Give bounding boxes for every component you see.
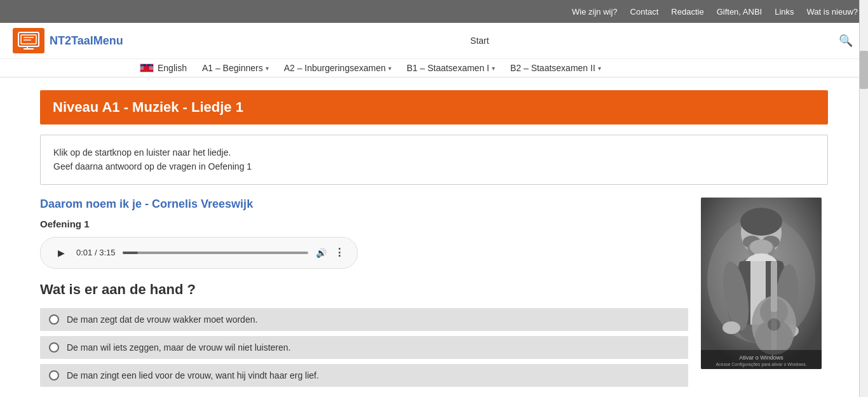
chevron-down-icon: ▾ bbox=[598, 65, 601, 72]
logo-text: NT2TaalMenu bbox=[50, 34, 123, 48]
radio-button-1[interactable] bbox=[49, 314, 59, 325]
audio-time-display: 0:01 / 3:15 bbox=[76, 248, 115, 257]
nav-wat-is-nieuw[interactable]: Wat is nieuw? bbox=[807, 7, 858, 17]
header-center: Start bbox=[123, 36, 836, 46]
page-content: Niveau A1 - Muziek - Liedje 1 Klik op de… bbox=[27, 77, 841, 397]
svg-point-13 bbox=[750, 239, 773, 255]
section-label: Oefening 1 bbox=[40, 219, 688, 229]
left-column: Daarom noem ik je - Cornelis Vreeswijk O… bbox=[40, 198, 688, 392]
nav-a2[interactable]: A2 – Inburgeringsexamen ▾ bbox=[284, 63, 391, 73]
nav-a1[interactable]: A1 – Beginners ▾ bbox=[202, 63, 269, 73]
nav-a2-label: A2 – Inburgeringsexamen bbox=[284, 63, 386, 73]
page-title-bar: Niveau A1 - Muziek - Liedje 1 bbox=[40, 90, 828, 124]
artist-image: Ativar o Windows Acesse Configurações pa… bbox=[701, 198, 822, 369]
scrollbar-thumb[interactable] bbox=[860, 51, 868, 89]
svg-rect-30 bbox=[771, 261, 777, 312]
svg-text:Ativar o Windows: Ativar o Windows bbox=[739, 354, 783, 361]
nav-b2[interactable]: B2 – Staatsexamen II ▾ bbox=[510, 63, 601, 73]
radio-button-3[interactable] bbox=[49, 370, 59, 380]
nav-a1-label: A1 – Beginners bbox=[202, 63, 263, 73]
nav-links[interactable]: Links bbox=[775, 7, 794, 17]
svg-rect-1 bbox=[21, 35, 36, 44]
top-navigation-bar: Wie zijn wij? Contact Redactie Giften, A… bbox=[0, 0, 868, 23]
instruction-line-1: Klik op de startknop en luister naar het… bbox=[53, 145, 815, 159]
main-content-grid: Daarom noem ik je - Cornelis Vreeswijk O… bbox=[40, 198, 828, 392]
answer-option-2-text: De man wil iets zeggen, maar de vrouw wi… bbox=[67, 342, 291, 353]
audio-current-time: 0:01 bbox=[76, 248, 92, 257]
logo-icon bbox=[13, 28, 44, 53]
answer-option-2[interactable]: De man wil iets zeggen, maar de vrouw wi… bbox=[40, 336, 688, 359]
song-title-link[interactable]: Daarom noem ik je - Cornelis Vreeswijk bbox=[40, 198, 688, 211]
start-link[interactable]: Start bbox=[470, 36, 489, 46]
nav-wie-zijn-wij[interactable]: Wie zijn wij? bbox=[572, 7, 618, 17]
flag-icon bbox=[140, 64, 154, 72]
volume-button[interactable]: 🔊 bbox=[316, 248, 327, 258]
play-icon: ▶ bbox=[58, 248, 65, 258]
answer-option-1[interactable]: De man zegt dat de vrouw wakker moet wor… bbox=[40, 308, 688, 331]
answer-option-3-text: De man zingt een lied voor de vrouw, wan… bbox=[67, 370, 319, 380]
chevron-down-icon: ▾ bbox=[492, 65, 495, 72]
radio-button-2[interactable] bbox=[49, 342, 59, 353]
instruction-box: Klik op de startknop en luister naar het… bbox=[40, 135, 828, 185]
nav-contact[interactable]: Contact bbox=[630, 7, 659, 17]
search-button[interactable]: 🔍 bbox=[836, 31, 855, 50]
volume-icon: 🔊 bbox=[316, 248, 327, 258]
svg-text:Acesse Configurações para ativ: Acesse Configurações para ativar o Windo… bbox=[715, 362, 806, 367]
play-button[interactable]: ▶ bbox=[53, 245, 69, 260]
nav-b1-label: B1 – Staatsexamen I bbox=[407, 63, 489, 73]
nav-b1[interactable]: B1 – Staatsexamen I ▾ bbox=[407, 63, 495, 73]
scrollbar[interactable] bbox=[859, 0, 868, 397]
main-navigation: English A1 – Beginners ▾ A2 – Inburgerin… bbox=[0, 59, 868, 77]
audio-total-time: 3:15 bbox=[99, 248, 115, 257]
chevron-down-icon: ▾ bbox=[266, 65, 269, 72]
answer-option-3[interactable]: De man zingt een lied voor de vrouw, wan… bbox=[40, 364, 688, 387]
more-options-button[interactable]: ⋮ bbox=[334, 246, 344, 259]
instruction-line-2: Geef daarna antwoord op de vragen in Oef… bbox=[53, 159, 815, 173]
right-column: Ativar o Windows Acesse Configurações pa… bbox=[701, 198, 828, 369]
audio-player: ▶ 0:01 / 3:15 🔊 ⋮ bbox=[40, 237, 358, 269]
artist-photo: Ativar o Windows Acesse Configurações pa… bbox=[701, 198, 822, 369]
svg-point-9 bbox=[740, 208, 782, 236]
answer-option-1-text: De man zegt dat de vrouw wakker moet wor… bbox=[67, 314, 257, 325]
audio-progress-fill bbox=[123, 252, 137, 254]
language-label: English bbox=[158, 63, 187, 73]
page-title: Niveau A1 - Muziek - Liedje 1 bbox=[53, 99, 243, 115]
svg-point-21 bbox=[722, 321, 740, 334]
nav-giften-anbi[interactable]: Giften, ANBI bbox=[717, 7, 763, 17]
audio-progress-bar[interactable] bbox=[123, 252, 308, 254]
more-icon: ⋮ bbox=[334, 247, 344, 258]
nav-b2-label: B2 – Staatsexamen II bbox=[510, 63, 595, 73]
question-text: Wat is er aan de hand ? bbox=[40, 281, 688, 298]
logo-link[interactable]: NT2TaalMenu bbox=[13, 28, 123, 53]
site-header: NT2TaalMenu Start 🔍 bbox=[0, 23, 868, 59]
chevron-down-icon: ▾ bbox=[388, 65, 391, 72]
nav-redactie[interactable]: Redactie bbox=[671, 7, 703, 17]
language-selector[interactable]: English bbox=[140, 63, 187, 73]
